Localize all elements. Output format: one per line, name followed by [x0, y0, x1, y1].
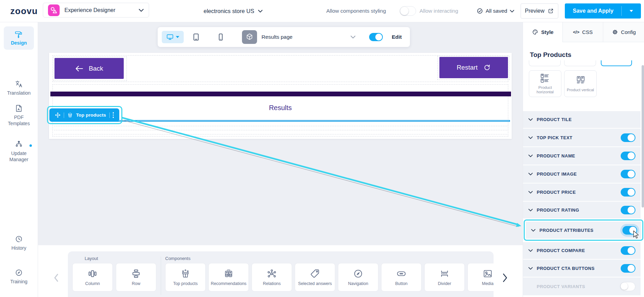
section-top-pick-text[interactable]: TOP PICK TEXT — [523, 129, 641, 146]
save-status-dropdown[interactable]: All saved — [476, 0, 514, 22]
save-status-text: All saved — [486, 8, 507, 14]
sidebar-item-pdf-templates[interactable]: PDF Templates — [0, 104, 38, 127]
tile-option-partial-selected[interactable] — [601, 60, 632, 66]
project-selector[interactable]: electronics store US — [204, 0, 263, 22]
layout-guide-line — [54, 134, 507, 134]
experience-designer-app: zoovu Experience Designer electronics st… — [0, 0, 644, 297]
device-tablet-button[interactable] — [192, 33, 200, 41]
component-card-recommendations[interactable]: Recommendations — [208, 263, 249, 292]
check-circle-icon — [476, 8, 483, 14]
sidebar-item-history[interactable]: History — [0, 235, 38, 251]
section-label: PRODUCT PRICE — [537, 190, 621, 195]
component-card-selected-answers[interactable]: Selected answers — [295, 263, 335, 292]
product-cta-buttons-toggle[interactable] — [621, 264, 635, 273]
top-products-component-chip[interactable]: Top products — [49, 108, 119, 122]
chevron-down-icon[interactable] — [350, 35, 356, 39]
card-label: Recommendations — [211, 281, 246, 286]
section-label: TOP PICK TEXT — [537, 135, 621, 140]
restart-button-label: Restart — [457, 64, 477, 71]
scroll-left-chevron[interactable] — [53, 273, 60, 283]
kebab-menu-icon[interactable] — [113, 112, 114, 118]
card-label: Column — [85, 281, 100, 286]
interacting-toggle-label-wrap: Allow interacting — [420, 0, 458, 22]
component-card-button[interactable]: Button — [381, 263, 422, 292]
tab-label: CSS — [582, 29, 593, 35]
layout-card-row[interactable]: Row — [116, 263, 156, 292]
sidebar-item-training[interactable]: Training — [0, 269, 38, 285]
save-options-caret-button[interactable] — [622, 10, 641, 12]
sidebar-item-translation[interactable]: Translation — [0, 80, 38, 96]
edit-mode-toggle[interactable] — [369, 33, 383, 41]
tab-css[interactable]: </> CSS — [562, 22, 603, 42]
tile-option-partial[interactable] — [529, 60, 561, 66]
section-product-name[interactable]: PRODUCT NAME — [523, 147, 641, 165]
device-mobile-button[interactable] — [217, 33, 225, 41]
tab-config[interactable]: Config — [603, 22, 644, 42]
product-compare-toggle[interactable] — [621, 246, 635, 255]
layout-section-label: Layout — [85, 256, 98, 261]
chevron-down-icon — [528, 154, 533, 157]
section-product-attributes[interactable]: PRODUCT ATTRIBUTES — [526, 222, 641, 239]
product-image-toggle[interactable] — [621, 170, 635, 178]
chip-separator — [109, 112, 110, 118]
sidebar-item-label: Update Manager — [5, 150, 33, 163]
layout-card-column[interactable]: Column — [72, 263, 113, 292]
tile-option-label: Product vertical — [567, 88, 594, 92]
page-selector-label: Results page — [262, 34, 292, 40]
section-product-price[interactable]: PRODUCT PRICE — [523, 183, 641, 201]
move-handle-icon[interactable] — [55, 112, 61, 118]
scroll-right-chevron[interactable] — [501, 272, 509, 283]
section-product-image[interactable]: PRODUCT IMAGE — [523, 165, 641, 183]
tile-option-product-horizontal[interactable]: Product horizontal — [529, 70, 561, 97]
section-product-cta-buttons[interactable]: PRODUCT CTA BUTTONS — [523, 260, 641, 277]
component-card-divider[interactable]: Divider — [424, 263, 465, 292]
tab-style[interactable]: Style — [523, 22, 562, 42]
top-pick-text-toggle[interactable] — [621, 133, 635, 142]
product-name-toggle[interactable] — [621, 152, 635, 160]
sidebar-item-label: Translation — [7, 90, 31, 96]
app-switcher-label: Experience Designer — [64, 7, 134, 13]
code-icon: </> — [573, 29, 580, 35]
page-selector[interactable]: Results page — [262, 27, 292, 47]
component-card-relations[interactable]: Relations — [252, 263, 292, 292]
org-chart-icon — [15, 140, 23, 148]
tile-option-partial[interactable] — [564, 60, 596, 66]
section-product-compare[interactable]: PRODUCT COMPARE — [523, 242, 641, 259]
product-attributes-toggle[interactable] — [622, 226, 637, 235]
section-product-variants[interactable]: PRODUCT VARIANTS — [523, 277, 641, 295]
device-desktop-button[interactable] — [162, 31, 184, 43]
section-product-tile[interactable]: PRODUCT TILE — [523, 111, 641, 128]
card-label: Relations — [263, 281, 281, 286]
restart-button[interactable]: Restart — [439, 57, 508, 78]
results-header-bar — [50, 92, 511, 96]
preview-button[interactable]: Preview — [521, 3, 558, 19]
product-horizontal-icon — [539, 73, 551, 83]
mobile-phone-icon — [217, 33, 225, 41]
app-switcher-dropdown[interactable]: Experience Designer — [43, 3, 149, 17]
tile-option-product-vertical[interactable]: Product vertical — [564, 70, 597, 97]
component-card-navigation[interactable]: Navigation — [338, 263, 378, 292]
styling-interacting-toggle[interactable] — [400, 6, 416, 16]
component-card-media[interactable]: Media — [467, 263, 494, 292]
product-vertical-icon — [575, 75, 586, 86]
left-sidebar: Design Translation PDF Templates Update … — [0, 22, 38, 297]
palette-icon — [532, 29, 538, 35]
gift-stars-icon — [180, 269, 191, 279]
chevron-down-icon — [528, 118, 533, 121]
chevron-down-icon — [528, 136, 533, 139]
back-button[interactable]: Back — [54, 58, 124, 79]
component-card-top-products[interactable]: Top products — [165, 263, 206, 292]
sidebar-item-design[interactable]: Design — [4, 26, 34, 50]
tag-icon — [310, 269, 320, 279]
product-rating-toggle[interactable] — [621, 206, 635, 214]
save-and-apply-split-button[interactable]: Save and Apply — [565, 3, 641, 19]
product-price-toggle[interactable] — [621, 188, 635, 197]
product-variants-toggle[interactable] — [620, 282, 635, 291]
section-label: PRODUCT ATTRIBUTES — [539, 228, 622, 233]
speakers-icon — [223, 269, 234, 279]
chevron-down-icon — [531, 229, 536, 232]
chevron-down-icon — [528, 173, 533, 176]
sidebar-item-update-manager[interactable]: Update Manager — [0, 140, 38, 163]
section-product-rating[interactable]: PRODUCT RATING — [523, 202, 641, 218]
panel-scrollbar[interactable] — [642, 65, 644, 207]
